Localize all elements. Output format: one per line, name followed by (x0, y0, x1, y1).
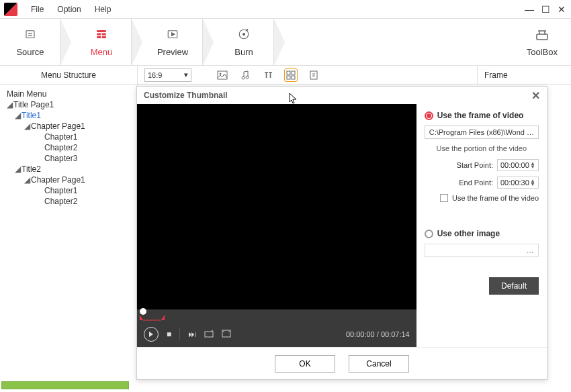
chevron-down-icon: ▾ (184, 70, 188, 79)
timeline-thumb[interactable] (140, 308, 146, 315)
step-source[interactable]: Source (0, 19, 60, 66)
svg-rect-0 (26, 31, 34, 38)
tree-chapter3[interactable]: Chapter3 (3, 153, 134, 164)
progress-bar (1, 381, 129, 389)
spinner-icon[interactable]: ▲▼ (530, 162, 535, 168)
tree-chapter1b[interactable]: Chapter1 (3, 185, 134, 196)
use-other-image-radio[interactable] (425, 230, 433, 238)
tree-chapter2[interactable]: Chapter2 (3, 142, 134, 153)
toolbox-button[interactable]: ToolBox (527, 28, 558, 57)
step-preview-label: Preview (157, 47, 188, 57)
menu-structure-tree[interactable]: Main Menu ◢Title Page1 ◢Title1 ◢Chapter … (0, 85, 138, 379)
minimize-icon[interactable]: — (524, 4, 535, 15)
end-point-label: End Point: (459, 179, 493, 187)
template-tool-icon[interactable] (307, 68, 320, 82)
play-button[interactable] (144, 327, 159, 342)
next-frame-button[interactable]: ⏭ (188, 330, 196, 339)
fullscreen-button[interactable] (222, 330, 231, 340)
aspect-ratio-select[interactable]: 16:9 ▾ (144, 68, 191, 82)
step-menu[interactable]: Menu (71, 19, 132, 66)
other-image-path-field[interactable] (425, 244, 539, 257)
frame-panel-label: Frame (477, 66, 571, 84)
start-point-input[interactable]: 00:00:00▲▼ (497, 159, 539, 171)
use-other-image-label: Use other image (437, 229, 500, 238)
use-frame-radio[interactable] (425, 111, 433, 120)
svg-rect-12 (537, 34, 547, 40)
use-frame-checkbox[interactable] (440, 194, 448, 202)
source-icon (24, 27, 36, 44)
tree-chapter2b[interactable]: Chapter2 (3, 196, 134, 207)
step-arrow-icon (60, 19, 71, 66)
svg-rect-7 (102, 36, 106, 38)
end-point-input[interactable]: 00:00:30▲▼ (497, 177, 539, 189)
tree-title2[interactable]: ◢Title2 (3, 164, 134, 175)
menu-structure-label: Menu Structure (0, 66, 138, 84)
svg-rect-5 (102, 34, 106, 36)
close-window-icon[interactable]: ✕ (556, 4, 567, 15)
svg-rect-21 (292, 71, 295, 75)
stop-button[interactable]: ■ (167, 330, 171, 339)
svg-rect-23 (292, 76, 295, 79)
text-tool-icon[interactable] (261, 68, 275, 82)
collapse-icon[interactable]: ◢ (24, 175, 31, 185)
tree-title-page1[interactable]: ◢Title Page1 (3, 99, 134, 110)
step-burn-label: Burn (234, 47, 253, 57)
start-point-label: Start Point: (457, 161, 493, 169)
collapse-icon[interactable]: ◢ (15, 111, 21, 120)
toolbox-label: ToolBox (527, 47, 558, 57)
preview-icon (167, 27, 179, 44)
menu-option[interactable]: Option (50, 5, 87, 14)
use-frame-label: Use the frame of video (437, 111, 524, 120)
svg-rect-6 (97, 36, 101, 38)
timeline-range-markers (140, 315, 167, 322)
tree-chapter1[interactable]: Chapter1 (3, 132, 134, 142)
menu-file[interactable]: File (24, 5, 50, 14)
collapse-icon[interactable]: ◢ (15, 164, 21, 174)
divider (179, 328, 180, 340)
cancel-button[interactable]: Cancel (349, 355, 409, 373)
timeline-scrubber[interactable] (137, 309, 416, 322)
collapse-icon[interactable]: ◢ (24, 121, 31, 131)
maximize-icon[interactable]: ☐ (540, 4, 551, 15)
svg-marker-9 (172, 33, 175, 36)
spinner-icon[interactable]: ▲▼ (530, 179, 535, 186)
svg-rect-24 (310, 71, 317, 79)
svg-marker-25 (140, 315, 143, 320)
video-path-field[interactable]: C:\Program Files (x86)\Wond … (425, 126, 539, 139)
step-burn[interactable]: Burn (214, 19, 274, 66)
svg-rect-22 (287, 76, 290, 79)
thumbnail-tool-icon[interactable] (284, 68, 298, 82)
step-menu-label: Menu (91, 47, 113, 57)
ok-button[interactable]: OK (275, 355, 335, 373)
close-icon[interactable]: ✕ (531, 89, 540, 102)
svg-rect-4 (97, 34, 101, 36)
step-arrow-icon (274, 19, 285, 66)
snapshot-button[interactable] (204, 330, 214, 340)
burn-disc-icon (238, 27, 250, 44)
svg-marker-27 (161, 315, 165, 320)
tree-main-menu[interactable]: Main Menu (3, 89, 134, 99)
default-button[interactable]: Default (489, 277, 539, 295)
tree-chapter-page1[interactable]: ◢Chapter Page1 (3, 121, 134, 132)
portion-text: Use the portion of the video (425, 144, 539, 152)
step-arrow-icon (203, 19, 214, 66)
tree-chapter-page1b[interactable]: ◢Chapter Page1 (3, 175, 134, 185)
image-tool-icon[interactable] (216, 68, 229, 82)
use-frame-check-label: Use the frame of the video (452, 194, 539, 202)
video-preview: ■ ⏭ 00:00:00 / 00:07:14 (137, 104, 416, 347)
step-preview[interactable]: Preview (142, 19, 203, 66)
video-canvas (137, 104, 416, 309)
menu-grid-icon (95, 27, 107, 44)
svg-point-18 (242, 77, 245, 79)
svg-rect-3 (97, 30, 106, 32)
tree-title1[interactable]: ◢Title1 (3, 110, 134, 121)
svg-point-19 (246, 76, 249, 79)
app-logo-icon (4, 3, 17, 16)
svg-marker-28 (149, 332, 153, 337)
collapse-icon[interactable]: ◢ (7, 100, 13, 109)
menu-help[interactable]: Help (88, 5, 118, 14)
step-arrow-icon (132, 19, 142, 66)
dialog-title: Customize Thumbnail (144, 91, 228, 100)
step-source-label: Source (16, 47, 44, 57)
music-tool-icon[interactable] (238, 68, 252, 82)
